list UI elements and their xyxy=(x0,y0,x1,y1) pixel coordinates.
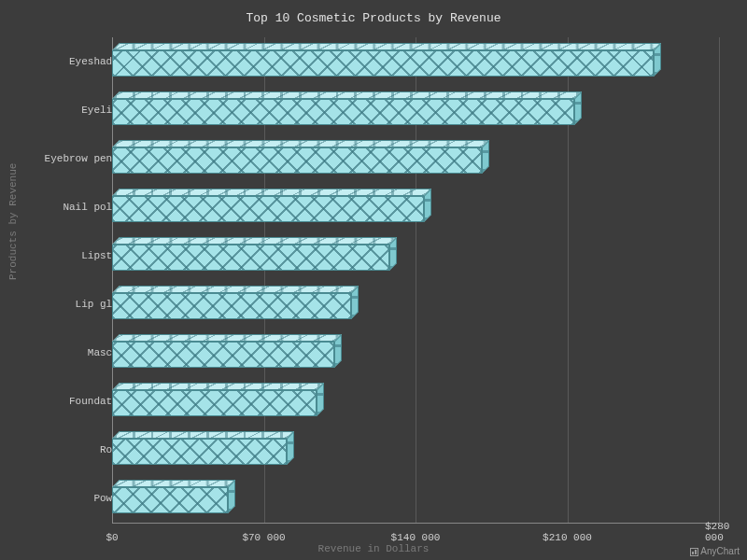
bar-side-face xyxy=(287,431,294,465)
x-axis-title: Revenue in Dollars xyxy=(318,543,430,554)
bar-side-face xyxy=(228,480,235,513)
bar-side-face xyxy=(317,383,324,416)
chart-credit: AnyChart xyxy=(690,546,740,556)
y-axis-title: Products by Revenue xyxy=(7,163,19,280)
bar-front-face xyxy=(112,50,654,77)
x-tick-label: $280 000 xyxy=(705,521,733,543)
bar-top-face xyxy=(112,383,324,390)
bar-top-face xyxy=(112,140,489,147)
bar-front-face xyxy=(112,342,334,368)
bar-front-face xyxy=(112,293,351,319)
bar-side-face xyxy=(574,91,582,125)
bar-front-face xyxy=(112,487,228,513)
credit-text: AnyChart xyxy=(700,546,740,556)
gridline xyxy=(719,37,720,523)
bar-side-face xyxy=(424,189,431,222)
bar-side-face xyxy=(389,237,397,271)
bar-front-face xyxy=(112,147,482,174)
bar-front-face xyxy=(112,99,574,125)
bar-front-face xyxy=(112,439,287,465)
chart-icon xyxy=(690,548,698,556)
bar-front-face xyxy=(112,390,317,416)
bar-top-face xyxy=(112,189,431,196)
chart-title: Top 10 Cosmetic Products by Revenue xyxy=(0,0,747,25)
bar-top-face xyxy=(112,334,342,342)
x-axis-line xyxy=(112,523,719,524)
bar-side-face xyxy=(334,334,342,368)
bar-front-face xyxy=(112,245,389,271)
bar-top-face xyxy=(112,286,359,293)
x-tick-label: $70 000 xyxy=(242,532,285,543)
bar-side-face xyxy=(351,286,359,319)
bar-top-face xyxy=(112,237,397,245)
bar-side-face xyxy=(654,43,661,77)
bar-top-face xyxy=(112,480,235,487)
bar-side-face xyxy=(482,140,489,174)
bar-top-face xyxy=(112,43,661,50)
bar-top-face xyxy=(112,91,582,99)
x-tick-label: $0 xyxy=(106,532,118,543)
bar-top-face xyxy=(112,431,294,439)
x-tick-label: $210 000 xyxy=(543,532,592,543)
x-tick-label: $140 000 xyxy=(391,532,441,543)
bar-front-face xyxy=(112,196,424,222)
